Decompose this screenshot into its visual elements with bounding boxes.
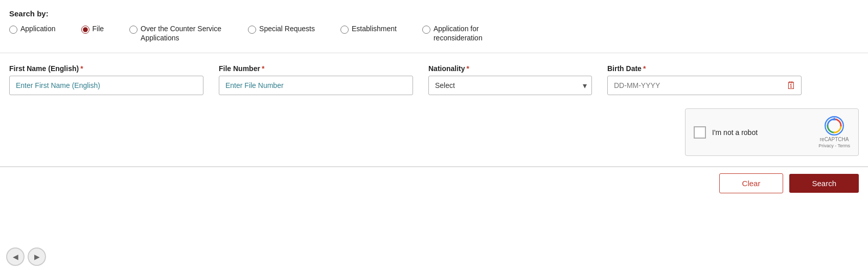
radio-otc-label[interactable]: Over the Counter Service Applications: [141, 24, 222, 42]
nationality-select-wrapper: Select ▾: [428, 76, 592, 95]
radio-item-reconsideration[interactable]: Application for reconsideration: [422, 24, 515, 42]
radio-application[interactable]: [9, 26, 17, 34]
birth-date-group: Birth Date* 🗓: [607, 64, 802, 95]
prev-button[interactable]: ◀: [6, 248, 25, 266]
radio-application-label[interactable]: Application: [20, 24, 56, 33]
next-button[interactable]: ▶: [28, 248, 46, 266]
file-number-group: File Number*: [219, 64, 413, 95]
search-button[interactable]: Search: [789, 174, 859, 193]
required-star-file: *: [262, 64, 264, 73]
bottom-left-circles: ◀ ▶: [0, 243, 52, 270]
radio-reconsideration-label[interactable]: Application for reconsideration: [433, 24, 515, 42]
radio-item-otc[interactable]: Over the Counter Service Applications: [129, 24, 222, 42]
captcha-box: I'm not a robot reCAPTCHA Privacy - Term…: [685, 108, 859, 156]
recaptcha-logo: [825, 116, 844, 136]
radio-establishment[interactable]: [340, 26, 349, 34]
page-wrapper: Search by: Application File Over the Cou…: [0, 0, 868, 270]
file-number-label: File Number*: [219, 64, 413, 73]
radio-file[interactable]: [81, 26, 89, 34]
radio-item-special[interactable]: Special Requests: [248, 24, 315, 34]
captcha-left: I'm not a robot: [694, 126, 758, 139]
birth-date-input[interactable]: [607, 76, 802, 95]
first-name-label: First Name (English)*: [9, 64, 203, 73]
required-star-first-name: *: [80, 64, 83, 73]
captcha-checkbox[interactable]: [694, 126, 706, 139]
radio-reconsideration[interactable]: [422, 26, 430, 34]
radio-establishment-label[interactable]: Establishment: [352, 24, 397, 33]
required-star-nationality: *: [467, 64, 469, 73]
birth-date-label: Birth Date*: [607, 64, 802, 73]
file-number-input[interactable]: [219, 76, 413, 95]
form-row: First Name (English)* File Number* Natio…: [9, 64, 859, 95]
first-name-group: First Name (English)*: [9, 64, 203, 95]
captcha-right: reCAPTCHA Privacy - Terms: [818, 116, 850, 148]
captcha-text: I'm not a robot: [712, 128, 758, 137]
nationality-label: Nationality*: [428, 64, 592, 73]
recaptcha-links[interactable]: Privacy - Terms: [818, 143, 850, 148]
recaptcha-label: reCAPTCHA: [820, 137, 849, 142]
search-by-label: Search by:: [9, 9, 859, 18]
radio-special[interactable]: [248, 26, 256, 34]
nationality-select[interactable]: Select: [428, 76, 592, 95]
nationality-group: Nationality* Select ▾: [428, 64, 592, 95]
radio-group: Application File Over the Counter Servic…: [9, 24, 859, 42]
radio-otc[interactable]: [129, 26, 138, 34]
search-by-section: Search by: Application File Over the Cou…: [0, 0, 868, 48]
captcha-section: I'm not a robot reCAPTCHA Privacy - Term…: [0, 103, 868, 161]
first-name-input[interactable]: [9, 76, 203, 95]
radio-special-label[interactable]: Special Requests: [259, 24, 315, 33]
bottom-bar: ◀ ▶ Clear Search: [0, 167, 868, 199]
radio-item-application[interactable]: Application: [9, 24, 56, 34]
radio-file-label[interactable]: File: [93, 24, 104, 33]
radio-item-file[interactable]: File: [81, 24, 104, 34]
clear-button[interactable]: Clear: [719, 173, 784, 193]
form-section: First Name (English)* File Number* Natio…: [0, 53, 868, 103]
required-star-birth: *: [643, 64, 646, 73]
birth-date-wrapper: 🗓: [607, 76, 802, 95]
radio-item-establishment[interactable]: Establishment: [340, 24, 397, 34]
